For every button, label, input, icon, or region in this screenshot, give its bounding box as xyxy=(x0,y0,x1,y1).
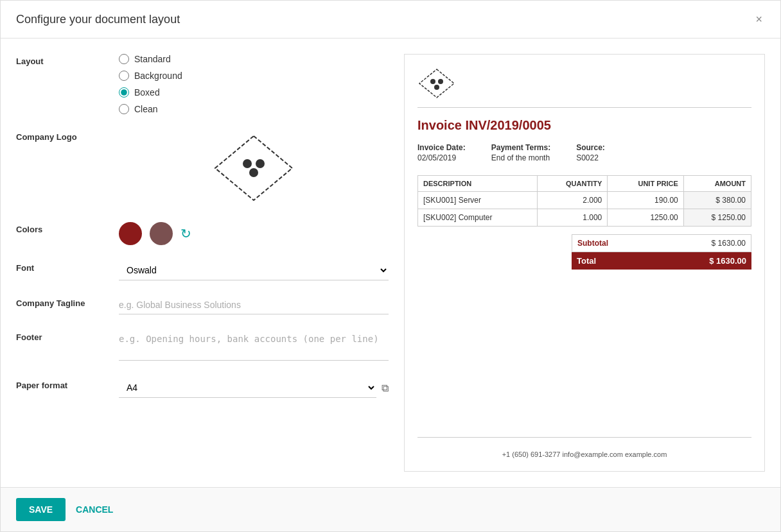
tagline-row: Company Tagline xyxy=(16,296,389,314)
row2-description: [SKU002] Computer xyxy=(418,209,538,227)
form-panel: Layout Standard Background Boxed xyxy=(16,54,389,472)
row1-description: [SKU001] Server xyxy=(418,192,538,209)
save-button[interactable]: SAVE xyxy=(16,498,66,521)
svg-point-1 xyxy=(243,159,252,168)
tagline-control xyxy=(119,296,389,314)
font-select[interactable]: Oswald Roboto Open Sans Lato xyxy=(119,261,389,280)
svg-marker-4 xyxy=(419,69,454,98)
company-logo-svg xyxy=(212,133,295,203)
layout-boxed-option[interactable]: Boxed xyxy=(119,87,389,98)
invoice-table-header-row: DESCRIPTION QUANTITY UNIT PRICE AMOUNT xyxy=(418,176,751,192)
table-row: [SKU001] Server 2.000 190.00 $ 380.00 xyxy=(418,192,751,209)
preview-logo-svg xyxy=(417,67,456,99)
paper-format-row: Paper format A4 Letter Legal ⧉ xyxy=(16,378,389,398)
layout-clean-label: Clean xyxy=(134,104,158,114)
layout-standard-label: Standard xyxy=(134,54,171,64)
colors-row: Colors ↻ xyxy=(16,222,389,245)
row2-amount: $ 1250.00 xyxy=(683,209,751,227)
refresh-colors-button[interactable]: ↻ xyxy=(180,226,191,241)
source-value: S0022 xyxy=(576,153,599,162)
footer-input[interactable] xyxy=(119,330,389,361)
footer-control xyxy=(119,330,389,363)
company-logo-label: Company Logo xyxy=(16,130,119,142)
col-amount: AMOUNT xyxy=(683,176,751,192)
payment-terms-block: Payment Terms: End of the month xyxy=(491,143,550,162)
subtotal-value: $ 1630.00 xyxy=(712,239,746,248)
preview-panel: Invoice INV/2019/0005 Invoice Date: 02/0… xyxy=(404,54,765,472)
colors-label: Colors xyxy=(16,222,119,234)
layout-clean-radio[interactable] xyxy=(119,104,129,114)
invoice-title: Invoice INV/2019/0005 xyxy=(417,118,751,133)
font-row: Font Oswald Roboto Open Sans Lato xyxy=(16,261,389,280)
subtotal-row: Subtotal $ 1630.00 xyxy=(572,234,751,252)
preview-footer-text: +1 (650) 691-3277 info@example.com examp… xyxy=(502,450,667,458)
layout-boxed-label: Boxed xyxy=(134,87,160,98)
col-quantity: QUANTITY xyxy=(537,176,607,192)
paper-format-label: Paper format xyxy=(16,378,119,390)
row1-quantity: 2.000 xyxy=(537,192,607,209)
invoice-meta: Invoice Date: 02/05/2019 Payment Terms: … xyxy=(417,143,751,162)
totals-inner: Subtotal $ 1630.00 Total $ 1630.00 xyxy=(572,234,751,270)
row2-quantity: 1.000 xyxy=(537,209,607,227)
totals-section: Subtotal $ 1630.00 Total $ 1630.00 xyxy=(417,234,751,270)
svg-point-2 xyxy=(256,159,265,168)
col-unit-price: UNIT PRICE xyxy=(608,176,684,192)
invoice-date-label: Invoice Date: xyxy=(417,143,466,152)
close-button[interactable]: × xyxy=(753,11,765,28)
font-label: Font xyxy=(16,261,119,273)
company-logo-area[interactable] xyxy=(119,130,389,207)
layout-background-radio[interactable] xyxy=(119,71,129,81)
col-description: DESCRIPTION xyxy=(418,176,538,192)
company-logo-row: Company Logo xyxy=(16,130,389,207)
svg-point-5 xyxy=(430,79,435,84)
dialog-title: Configure your document layout xyxy=(16,13,180,26)
layout-background-label: Background xyxy=(134,71,182,81)
subtotal-label: Subtotal xyxy=(577,239,608,248)
layout-label: Layout xyxy=(16,54,119,66)
layout-boxed-radio[interactable] xyxy=(119,87,129,98)
tagline-label: Company Tagline xyxy=(16,296,119,308)
cancel-button[interactable]: CANCEL xyxy=(76,504,113,515)
row2-unit-price: 1250.00 xyxy=(608,209,684,227)
layout-row: Layout Standard Background Boxed xyxy=(16,54,389,114)
paper-format-control: A4 Letter Legal ⧉ xyxy=(119,378,389,398)
invoice-date-block: Invoice Date: 02/05/2019 xyxy=(417,143,466,162)
table-row: [SKU002] Computer 1.000 1250.00 $ 1250.0… xyxy=(418,209,751,227)
invoice-date-value: 02/05/2019 xyxy=(417,153,456,162)
svg-point-3 xyxy=(249,168,258,177)
external-link-icon[interactable]: ⧉ xyxy=(382,382,389,394)
invoice-table: DESCRIPTION QUANTITY UNIT PRICE AMOUNT [… xyxy=(417,175,751,227)
layout-radio-group: Standard Background Boxed Clean xyxy=(119,54,389,114)
paper-format-select[interactable]: A4 Letter Legal xyxy=(119,378,376,398)
colors-control: ↻ xyxy=(119,222,389,245)
total-label: Total xyxy=(577,256,596,266)
footer-row: Footer xyxy=(16,330,389,363)
source-label: Source: xyxy=(576,143,605,152)
row1-unit-price: 190.00 xyxy=(608,192,684,209)
payment-terms-label: Payment Terms: xyxy=(491,143,550,152)
preview-header xyxy=(417,67,751,108)
font-control: Oswald Roboto Open Sans Lato xyxy=(119,261,389,280)
source-block: Source: S0022 xyxy=(576,143,605,162)
total-row: Total $ 1630.00 xyxy=(572,252,751,270)
configure-layout-dialog: Configure your document layout × Layout … xyxy=(0,0,781,532)
row1-amount: $ 380.00 xyxy=(683,192,751,209)
svg-point-7 xyxy=(434,85,439,90)
svg-point-6 xyxy=(438,79,443,84)
layout-clean-option[interactable]: Clean xyxy=(119,104,389,114)
dialog-body: Layout Standard Background Boxed xyxy=(1,39,780,487)
layout-background-option[interactable]: Background xyxy=(119,71,389,81)
layout-standard-option[interactable]: Standard xyxy=(119,54,389,64)
preview-footer: +1 (650) 691-3277 info@example.com examp… xyxy=(417,437,751,458)
secondary-color-swatch[interactable] xyxy=(150,222,173,245)
payment-terms-value: End of the month xyxy=(491,153,550,162)
dialog-header: Configure your document layout × xyxy=(1,1,780,39)
layout-standard-radio[interactable] xyxy=(119,54,129,64)
primary-color-swatch[interactable] xyxy=(119,222,142,245)
tagline-input[interactable] xyxy=(119,296,389,314)
total-value: $ 1630.00 xyxy=(709,256,746,266)
dialog-footer: SAVE CANCEL xyxy=(1,487,780,531)
footer-label: Footer xyxy=(16,330,119,342)
